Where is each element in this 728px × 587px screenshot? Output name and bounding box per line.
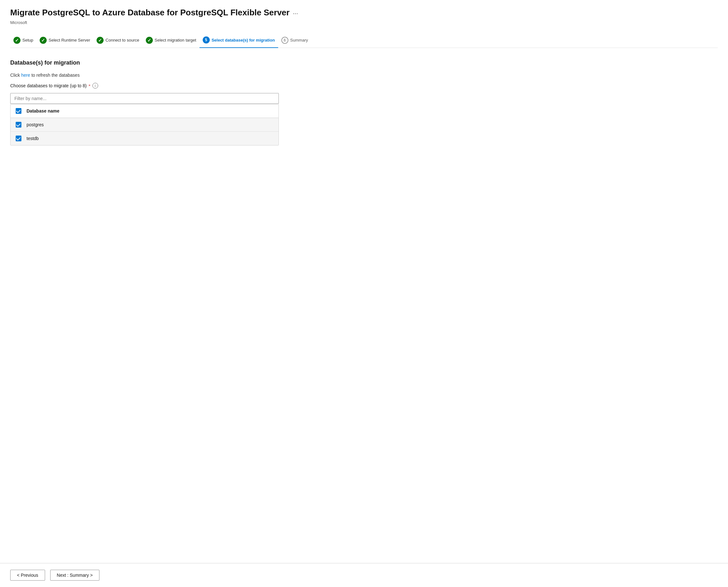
previous-button[interactable]: < Previous: [10, 570, 45, 581]
step-setup[interactable]: ✓ Setup: [10, 34, 37, 48]
select-all-checkbox[interactable]: [16, 108, 21, 114]
step-target-label: Select migration target: [155, 38, 196, 43]
table-row: postgres: [10, 118, 279, 132]
column-header-name: Database name: [26, 109, 60, 114]
row-postgres-checkbox[interactable]: [16, 122, 21, 127]
step-summary-label: Summary: [290, 38, 308, 43]
database-table: Database name postgres testdb: [10, 104, 279, 145]
refresh-prefix: Click: [10, 73, 21, 78]
filter-input[interactable]: [10, 93, 279, 104]
step-target[interactable]: ✓ Select migration target: [143, 34, 199, 48]
next-button[interactable]: Next : Summary >: [50, 570, 99, 581]
refresh-link[interactable]: here: [21, 73, 30, 78]
row-testdb-name: testdb: [26, 136, 39, 141]
step-target-circle: ✓: [146, 37, 153, 44]
row-testdb-checkbox[interactable]: [16, 136, 21, 141]
info-icon[interactable]: i: [92, 83, 98, 89]
page-title: Migrate PostgreSQL to Azure Database for…: [10, 8, 290, 18]
choose-label-row: Choose databases to migrate (up to 8) * …: [10, 83, 718, 89]
step-databases-label: Select database(s) for migration: [212, 38, 275, 43]
page-subtitle: Microsoft: [10, 20, 718, 25]
step-setup-circle: ✓: [14, 37, 21, 44]
step-summary-circle: 6: [281, 37, 288, 44]
step-setup-label: Setup: [22, 38, 33, 43]
step-connect-label: Connect to source: [105, 38, 139, 43]
section-title: Database(s) for migration: [10, 60, 718, 66]
step-databases[interactable]: 5 Select database(s) for migration: [199, 34, 278, 48]
table-header: Database name: [10, 104, 279, 118]
refresh-suffix: to refresh the databases: [30, 73, 79, 78]
required-star: *: [89, 83, 91, 89]
step-connect-circle: ✓: [97, 37, 103, 44]
more-options-icon[interactable]: ···: [293, 9, 298, 17]
choose-label: Choose databases to migrate (up to 8): [10, 83, 87, 88]
row-postgres-name: postgres: [26, 122, 44, 127]
refresh-text: Click here to refresh the databases: [10, 73, 718, 78]
step-databases-circle: 5: [203, 37, 210, 44]
step-runtime-label: Select Runtime Server: [49, 38, 90, 43]
filter-wrapper: [10, 93, 279, 104]
step-connect[interactable]: ✓ Connect to source: [93, 34, 143, 48]
step-summary[interactable]: 6 Summary: [278, 34, 311, 48]
footer-bar: < Previous Next : Summary >: [0, 563, 728, 587]
step-runtime-circle: ✓: [40, 37, 47, 44]
step-runtime[interactable]: ✓ Select Runtime Server: [37, 34, 93, 48]
steps-bar: ✓ Setup ✓ Select Runtime Server ✓ Connec…: [10, 34, 718, 48]
table-row: testdb: [10, 132, 279, 145]
